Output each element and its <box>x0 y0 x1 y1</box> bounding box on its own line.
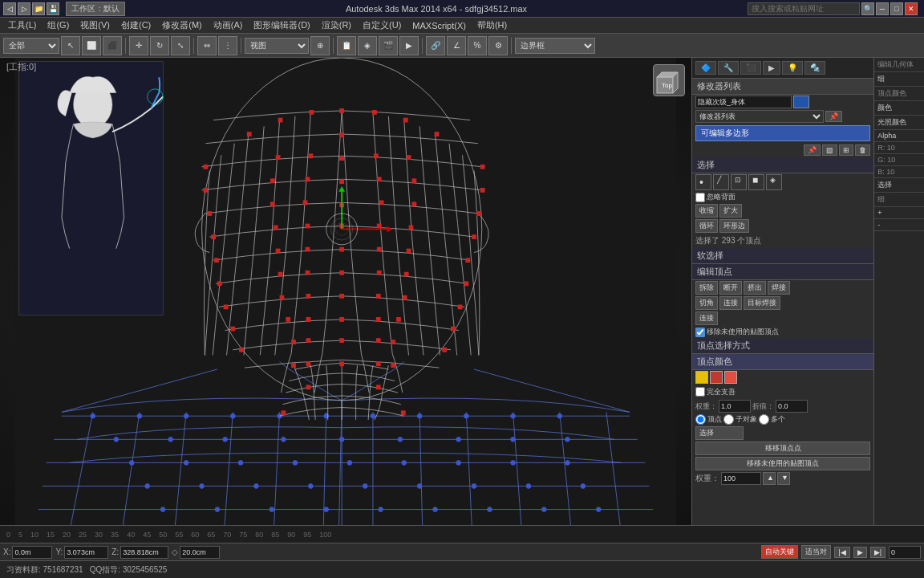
vertex-radio-btn[interactable] <box>695 414 706 425</box>
add-btn[interactable]: + <box>874 207 924 219</box>
color-btn[interactable]: 颜色 <box>874 101 924 116</box>
viewport[interactable]: [工指:0] <box>0 58 691 525</box>
menu-view[interactable]: 视图(V) <box>75 18 115 32</box>
multi-radio-btn[interactable] <box>759 414 769 425</box>
remove-iso-checkbox[interactable] <box>695 328 705 337</box>
edit-vertex-header[interactable]: 编辑顶点 <box>692 264 873 280</box>
stack-copy-btn[interactable]: ▧ <box>822 144 837 156</box>
menu-render[interactable]: 渲染(R) <box>317 18 356 32</box>
render-btn[interactable]: ▶ <box>399 36 419 55</box>
object-color-swatch[interactable] <box>793 96 809 108</box>
tb-undo-btn[interactable]: ◁ <box>3 2 16 15</box>
loop-btn[interactable]: 环形边 <box>719 219 749 233</box>
rotate-btn[interactable]: ↻ <box>150 36 169 55</box>
select-move-btn[interactable]: ✛ <box>129 36 148 55</box>
angle-snap-btn[interactable]: ∠ <box>447 36 466 55</box>
navigation-cube[interactable]: Top <box>653 64 685 96</box>
frame-input[interactable] <box>889 546 921 559</box>
weight-input[interactable] <box>719 400 751 413</box>
stack-delete-btn[interactable]: 🗑 <box>855 144 870 156</box>
vertex-mode-btn[interactable]: • <box>695 174 711 190</box>
connect-btn[interactable]: 连接 <box>719 296 742 310</box>
crease-input[interactable] <box>776 400 808 413</box>
search-btn[interactable]: 🔍 <box>861 2 874 15</box>
break-btn[interactable]: 断开 <box>719 281 742 295</box>
soft-select-header[interactable]: 软选择 <box>692 248 873 264</box>
modifier-stack-item[interactable]: 可编辑多边形 <box>695 125 870 141</box>
color-swatch-red2[interactable] <box>724 371 737 384</box>
tb-save-btn[interactable]: 💾 <box>47 2 59 15</box>
tab-create[interactable]: 🔷 <box>695 61 716 75</box>
dist-input[interactable] <box>180 546 220 559</box>
stack-paste-btn[interactable]: ⊞ <box>839 144 853 156</box>
selection-header[interactable]: 选择 <box>692 157 873 173</box>
border-mode-btn[interactable]: ⊡ <box>731 174 747 190</box>
window-crossing-btn[interactable]: ⬛ <box>103 36 122 55</box>
menu-tools[interactable]: 工具(L) <box>3 18 41 32</box>
tb-redo-btn[interactable]: ▷ <box>18 2 30 15</box>
color-swatch-yellow[interactable] <box>695 371 708 384</box>
remove-unused-btn[interactable]: 移移未使用的贴图顶点 <box>695 457 870 470</box>
ignore-backface-checkbox[interactable] <box>695 193 705 202</box>
weight-bottom-input[interactable] <box>721 472 761 485</box>
layer-mgr-btn[interactable]: 📋 <box>337 36 356 55</box>
next-frame-btn[interactable]: ▶| <box>870 547 886 558</box>
move-vertex-btn[interactable]: 移移顶点点 <box>695 442 870 455</box>
tb-open-btn[interactable]: 📁 <box>32 2 45 15</box>
search-input[interactable] <box>748 2 860 15</box>
edge-mode-btn[interactable]: ╱ <box>713 174 729 190</box>
sub-btn[interactable]: - <box>874 219 924 231</box>
object-name-input[interactable] <box>695 96 792 108</box>
weight-spin-up[interactable]: ▲ <box>763 472 776 485</box>
menu-maxscript[interactable]: MAXScript(X) <box>407 20 471 31</box>
illum-btn[interactable]: 光照颜色 <box>874 116 924 130</box>
poly-mode-btn[interactable]: ◼ <box>748 174 764 190</box>
menu-create[interactable]: 创建(C) <box>116 18 156 32</box>
tab-hierarchy[interactable]: ⬛ <box>740 61 761 75</box>
material-editor-btn[interactable]: ◈ <box>358 36 377 55</box>
menu-modifier[interactable]: 修改器(M) <box>157 18 207 32</box>
play-btn[interactable]: ▶ <box>853 547 867 558</box>
minimize-btn[interactable]: ─ <box>876 2 889 15</box>
alpha-btn[interactable]: Alpha <box>874 130 924 142</box>
color-swatch-red1[interactable] <box>710 371 723 384</box>
subobj-radio-btn[interactable] <box>723 414 734 425</box>
menu-help[interactable]: 帮助(H) <box>472 18 512 32</box>
shrink-btn[interactable]: 收缩 <box>695 204 718 218</box>
spinner-snap-btn[interactable]: ⚙ <box>488 36 508 55</box>
weight-spin-down[interactable]: ▼ <box>777 472 790 485</box>
z-input[interactable] <box>120 546 168 559</box>
percent-snap-btn[interactable]: % <box>468 36 487 55</box>
menu-animation[interactable]: 动画(A) <box>209 18 248 32</box>
tab-motion[interactable]: ▶ <box>763 61 780 75</box>
target-weld-btn[interactable]: 目标焊接 <box>744 296 780 310</box>
scale-btn[interactable]: ⤡ <box>171 36 190 55</box>
menu-graph-editor[interactable]: 图形编辑器(D) <box>249 18 314 32</box>
vertex-color-header[interactable]: 顶点颜色 <box>692 354 873 370</box>
tab-display[interactable]: 💡 <box>782 61 803 75</box>
close-btn[interactable]: ✕ <box>905 2 918 15</box>
key-filter-btn[interactable]: 适当对 <box>801 545 831 559</box>
tab-modify[interactable]: 🔧 <box>718 61 739 75</box>
x-input[interactable] <box>12 546 52 559</box>
connect2-btn[interactable]: 连接 <box>695 311 718 325</box>
modifier-list-dropdown[interactable]: 修改器列表 <box>695 110 824 123</box>
select-far-btn[interactable]: 选择 <box>874 178 924 193</box>
select-btn[interactable]: ↖ <box>61 36 80 55</box>
extrude-btn[interactable]: 挤出 <box>744 281 766 295</box>
maximize-btn[interactable]: □ <box>890 2 903 15</box>
element-mode-btn[interactable]: ◈ <box>766 174 782 190</box>
ring-btn[interactable]: 循环 <box>695 219 718 233</box>
pin-btn[interactable]: 📌 <box>825 111 842 122</box>
auto-key-btn[interactable]: 自动关键 <box>761 545 798 559</box>
selection-filter-dropdown[interactable]: 全部 几何体 图形 <box>3 38 59 54</box>
menu-group[interactable]: 组(G) <box>43 18 74 32</box>
prev-frame-btn[interactable]: |◀ <box>834 547 849 558</box>
view-mode-dropdown[interactable]: 边界框 线框 真实 <box>515 38 595 54</box>
stack-pin-btn[interactable]: 📌 <box>804 144 821 156</box>
chamfer-btn[interactable]: 切角 <box>695 296 718 310</box>
grow-btn[interactable]: 扩大 <box>719 204 742 218</box>
reference-coord-dropdown[interactable]: 视图 屏幕 世界 <box>245 38 309 54</box>
select-region-btn[interactable]: ⬜ <box>82 36 101 55</box>
menu-custom[interactable]: 自定义(U) <box>358 18 406 32</box>
